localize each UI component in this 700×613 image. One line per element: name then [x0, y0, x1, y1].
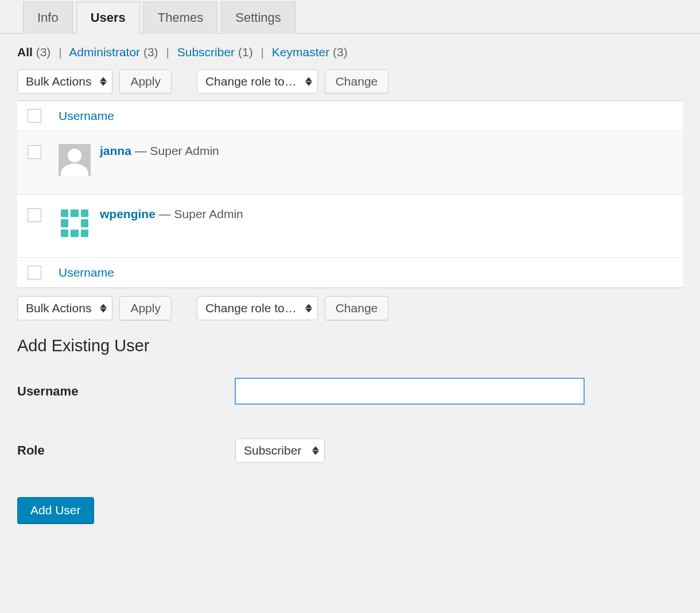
bulk-actions-select-bottom[interactable]: Bulk Actions	[17, 296, 112, 320]
avatar	[59, 207, 91, 239]
table-footer: Username	[17, 258, 683, 288]
tab-info[interactable]: Info	[23, 2, 73, 34]
add-user-button[interactable]: Add User	[17, 497, 94, 523]
filter-keymaster-count: (3)	[333, 45, 348, 59]
bulk-actions-select[interactable]: Bulk Actions	[17, 69, 112, 94]
change-button[interactable]: Change	[325, 69, 389, 94]
filter-all-count: (3)	[36, 45, 51, 59]
user-role: Super Admin	[174, 207, 243, 220]
change-role-select[interactable]: Change role to…	[197, 69, 318, 94]
username-link[interactable]: janna	[100, 144, 131, 157]
users-table: Username janna — Super Admin wpengine — …	[17, 100, 683, 288]
action-bar-top: Bulk Actions Apply Change role to… Chang…	[17, 69, 683, 94]
role-label: Role	[17, 443, 235, 458]
sort-icon	[312, 447, 319, 455]
filter-keymaster[interactable]: Keymaster	[272, 45, 329, 59]
role-select[interactable]: Subscriber	[235, 439, 325, 463]
sort-icon	[100, 77, 107, 86]
username-label: Username	[17, 384, 235, 399]
username-input[interactable]	[235, 378, 584, 404]
select-all-checkbox-bottom[interactable]	[28, 266, 41, 280]
action-bar-bottom: Bulk Actions Apply Change role to… Chang…	[17, 296, 683, 320]
user-cell: janna — Super Admin	[100, 144, 219, 158]
tabs: Info Users Themes Settings	[0, 0, 700, 34]
filter-links: All (3) | Administrator (3) | Subscriber…	[17, 45, 683, 59]
filter-subscriber[interactable]: Subscriber	[177, 45, 235, 59]
sort-icon	[305, 304, 312, 313]
row-checkbox[interactable]	[28, 145, 41, 159]
tab-themes[interactable]: Themes	[143, 2, 217, 34]
change-button-bottom[interactable]: Change	[325, 296, 389, 320]
username-link[interactable]: wpengine	[100, 207, 155, 220]
sort-icon	[305, 77, 312, 86]
sort-icon	[100, 304, 107, 313]
column-username-bottom[interactable]: Username	[59, 266, 114, 280]
user-role: Super Admin	[150, 144, 219, 157]
user-cell: wpengine — Super Admin	[100, 207, 243, 221]
filter-administrator[interactable]: Administrator	[69, 45, 140, 59]
filter-all[interactable]: All	[17, 45, 33, 59]
filter-administrator-count: (3)	[143, 45, 158, 59]
form-row-username: Username	[17, 378, 683, 404]
apply-button-bottom[interactable]: Apply	[119, 296, 172, 320]
change-role-select-bottom[interactable]: Change role to…	[197, 296, 318, 320]
add-existing-user-heading: Add Existing User	[17, 336, 683, 355]
form-row-role: Role Subscriber	[17, 439, 683, 463]
tab-users[interactable]: Users	[76, 2, 140, 34]
filter-subscriber-count: (1)	[238, 45, 253, 59]
select-all-checkbox[interactable]	[28, 109, 41, 123]
column-username[interactable]: Username	[59, 109, 114, 123]
tab-settings[interactable]: Settings	[221, 2, 295, 34]
avatar	[59, 144, 91, 176]
table-header: Username	[17, 101, 683, 131]
table-row: janna — Super Admin	[17, 131, 683, 195]
apply-button[interactable]: Apply	[119, 69, 172, 94]
table-row: wpengine — Super Admin	[17, 195, 683, 258]
row-checkbox[interactable]	[28, 208, 41, 222]
